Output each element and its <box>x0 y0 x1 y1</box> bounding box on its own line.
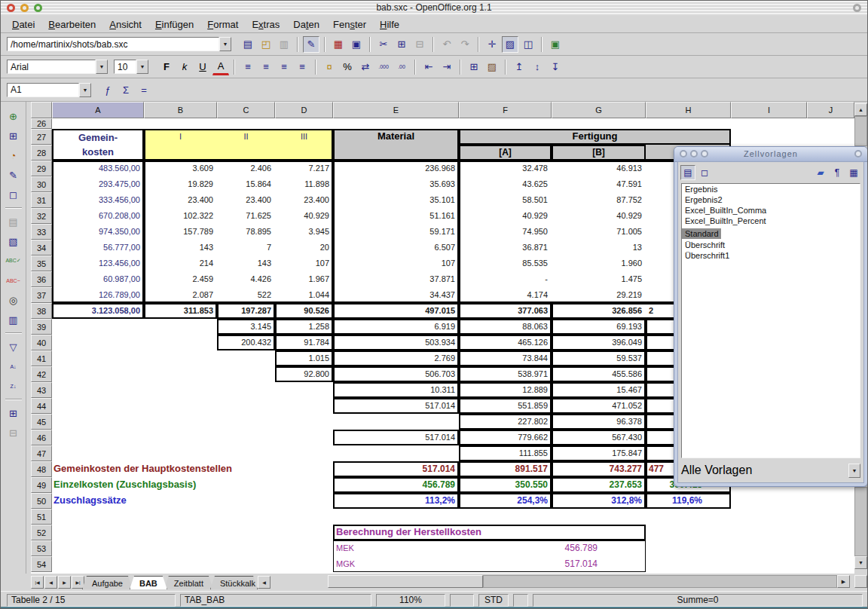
cell-E27[interactable]: Material <box>333 129 459 145</box>
cell-E29[interactable]: 236.968 <box>333 161 459 176</box>
cell-E46[interactable]: 517.014 <box>333 430 459 445</box>
cell-F48[interactable]: 891.517 <box>459 461 552 477</box>
cell-F43[interactable]: 12.889 <box>459 382 552 398</box>
cell-E44[interactable]: 517.014 <box>333 398 459 414</box>
cell-C34[interactable]: 7 <box>217 240 275 256</box>
cell-E53[interactable]: MEK <box>333 540 459 556</box>
menu-daten[interactable]: Daten <box>286 17 326 32</box>
row-header-30[interactable]: 30 <box>31 176 52 192</box>
cell-E54[interactable]: MGK <box>333 556 459 572</box>
borders-icon[interactable]: ⊞ <box>466 59 482 75</box>
cut-icon[interactable]: ✂ <box>375 36 392 53</box>
cell-E34[interactable]: 6.507 <box>333 240 459 256</box>
cell-G45[interactable]: 96.378 <box>552 414 646 430</box>
cell-F44[interactable]: 551.859 <box>459 398 552 414</box>
cell-A38[interactable]: 3.123.058,00 <box>52 303 144 319</box>
background-color-icon[interactable]: ▨ <box>484 59 500 75</box>
filter-icon[interactable]: ▽ <box>5 338 22 355</box>
sum-icon[interactable]: Σ <box>118 81 134 98</box>
name-box-combo[interactable]: A1 ▼ <box>7 83 91 97</box>
cell-F45[interactable]: 227.802 <box>459 414 552 430</box>
row-header-42[interactable]: 42 <box>31 366 52 382</box>
cell-E31[interactable]: 35.101 <box>333 192 459 208</box>
style-item-ergebnis2[interactable]: Ergebnis2 <box>682 194 860 205</box>
style-item-standard[interactable]: Standard <box>682 228 721 239</box>
fill-format-icon[interactable]: ▰ <box>813 165 828 180</box>
align-right-icon[interactable]: ≡ <box>276 59 292 75</box>
function-icon[interactable]: = <box>136 81 152 98</box>
horizontal-scrollbar-thumb[interactable] <box>328 575 483 588</box>
cell-G43[interactable]: 15.467 <box>552 382 646 398</box>
column-header-F[interactable]: F <box>459 102 552 118</box>
next-sheet-button[interactable]: ▶ <box>58 576 71 589</box>
cell-E37[interactable]: 34.437 <box>333 287 459 303</box>
add-decimal-icon[interactable]: .000 <box>375 59 392 75</box>
cell-G39[interactable]: 69.193 <box>552 319 646 335</box>
sheet-tab-stückkalk[interactable]: Stückkalk <box>210 576 258 589</box>
cell-G30[interactable]: 47.591 <box>552 176 646 192</box>
cell-D42[interactable]: 92.800 <box>275 366 333 382</box>
row-header-26[interactable]: 26 <box>31 118 52 129</box>
align-center-vertical-icon[interactable]: ↕ <box>529 59 546 75</box>
style-item-excel_builtin_percent[interactable]: Excel_BuiltIn_Percent <box>682 216 860 226</box>
menu-datei[interactable]: Datei <box>5 17 41 32</box>
align-center-icon[interactable]: ≡ <box>258 59 274 75</box>
cell-F37[interactable]: 4.174 <box>459 287 552 303</box>
italic-icon[interactable]: k <box>176 59 193 75</box>
url-dropdown-button[interactable]: ▼ <box>219 37 231 51</box>
cell-F33[interactable]: 74.950 <box>459 224 552 240</box>
cell-G38[interactable]: 326.856 <box>552 303 646 319</box>
cell-C37[interactable]: 522 <box>217 287 275 303</box>
align-top-icon[interactable]: ↥ <box>511 59 527 75</box>
cell-D30[interactable]: 11.898 <box>275 176 333 192</box>
cell-G36[interactable]: 1.475 <box>552 271 646 287</box>
cell-C39[interactable]: 3.145 <box>217 319 275 335</box>
style-filter-value[interactable]: Alle Vorlagen <box>681 464 848 479</box>
cell-G35[interactable]: 1.960 <box>552 256 646 271</box>
cell-F29[interactable]: 32.478 <box>459 161 552 176</box>
style-item-überschrift1[interactable]: Überschrift1 <box>682 250 860 261</box>
cell-G34[interactable]: 13 <box>552 240 646 256</box>
column-header-E[interactable]: E <box>333 102 459 118</box>
cell-C30[interactable]: 15.864 <box>217 176 275 192</box>
sort-ascending-icon[interactable]: A↓ <box>5 358 22 375</box>
menu-format[interactable]: Format <box>200 17 245 32</box>
cell-A32[interactable]: 670.208,00 <box>52 208 144 224</box>
prev-sheet-button[interactable]: ◀ <box>44 576 57 589</box>
cell-A27[interactable]: Gemein- kosten <box>52 129 144 161</box>
style-item-excel_builtin_comma[interactable]: Excel_BuiltIn_Comma <box>682 205 860 216</box>
cell-F46[interactable]: 779.662 <box>459 430 552 445</box>
cell-C27[interactable]: II <box>217 129 275 145</box>
horizontal-scrollbar-track[interactable] <box>483 575 837 588</box>
cell-B35[interactable]: 214 <box>144 256 217 271</box>
cell-F42[interactable]: 538.971 <box>459 366 552 382</box>
font-size-combo[interactable]: 10 ▼ <box>114 60 148 74</box>
cell-A36[interactable]: 60.987,00 <box>52 271 144 287</box>
cell-A49[interactable]: Einzelkosten (Zuschlagsbasis) <box>52 477 333 493</box>
cell-B29[interactable]: 3.609 <box>144 161 217 176</box>
sort-descending-icon[interactable]: Z↓ <box>5 378 22 394</box>
row-header-48[interactable]: 48 <box>31 461 52 477</box>
cell-E36[interactable]: 37.871 <box>333 271 459 287</box>
cell-D29[interactable]: 7.217 <box>275 161 333 176</box>
align-justify-icon[interactable]: ≡ <box>294 59 310 75</box>
cell-F54[interactable]: 517.014 <box>459 556 646 572</box>
vertical-scrollbar-track-top[interactable] <box>854 116 867 146</box>
column-header-H[interactable]: H <box>646 102 731 118</box>
row-header-28[interactable]: 28 <box>31 145 52 161</box>
cell-F27[interactable]: Fertigung <box>459 129 731 145</box>
remove-decimal-icon[interactable]: .00 <box>393 59 410 75</box>
cell-B34[interactable]: 143 <box>144 240 217 256</box>
menu-fenster[interactable]: Fenster <box>326 17 373 32</box>
cell-A37[interactable]: 126.789,00 <box>52 287 144 303</box>
cell-C38[interactable]: 197.287 <box>217 303 275 319</box>
row-header-31[interactable]: 31 <box>31 192 52 208</box>
cell-F34[interactable]: 36.871 <box>459 240 552 256</box>
menu-einfgen[interactable]: Einfügen <box>148 17 200 32</box>
cell-G41[interactable]: 59.537 <box>552 350 646 366</box>
font-size-field[interactable]: 10 <box>114 60 136 74</box>
cell-C35[interactable]: 143 <box>217 256 275 271</box>
cell-E49[interactable]: 456.789 <box>333 477 459 493</box>
vertical-scroll-up-button[interactable]: ▲ <box>854 103 867 116</box>
cell-styles-icon[interactable]: ▤ <box>680 165 695 180</box>
